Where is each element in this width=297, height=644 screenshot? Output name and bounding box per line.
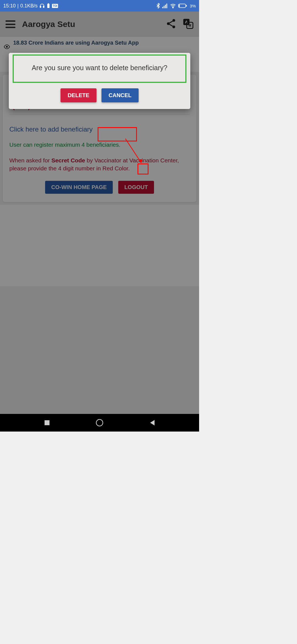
dialog-message: Are you sure you want to delete benefici… [15,64,184,72]
svg-point-48 [96,419,103,426]
status-bar: 15:10 | 0.1KB/s TOI 3% [0,0,199,12]
delete-button[interactable]: DELETE [61,88,97,102]
system-navbar [0,414,199,432]
home-button[interactable] [94,417,105,428]
svg-rect-6 [165,5,166,8]
svg-rect-0 [40,6,41,8]
svg-rect-10 [186,5,187,7]
wifi-icon [170,3,176,8]
signal-icon [162,3,168,8]
svg-marker-49 [150,420,155,425]
bluetooth-icon [156,3,160,9]
battery-small-icon [46,3,50,9]
svg-rect-1 [43,6,44,8]
svg-point-8 [173,7,174,8]
svg-rect-4 [162,7,163,8]
headphones-icon [39,3,45,9]
svg-rect-5 [164,6,164,8]
svg-rect-47 [45,420,50,425]
toi-badge: TOI [52,4,58,8]
status-speed: 0.1KB/s [20,3,38,9]
battery-percent: 3% [190,4,196,8]
recent-apps-button[interactable] [42,417,53,428]
cancel-button[interactable]: CANCEL [101,88,139,102]
svg-rect-2 [47,4,50,8]
confirm-dialog: Are you sure you want to delete benefici… [9,53,190,109]
svg-rect-3 [48,3,49,4]
status-time: 15:10 [3,3,16,9]
svg-rect-7 [166,4,167,8]
back-button[interactable] [147,417,158,428]
svg-rect-11 [179,4,180,7]
battery-icon [178,3,188,8]
